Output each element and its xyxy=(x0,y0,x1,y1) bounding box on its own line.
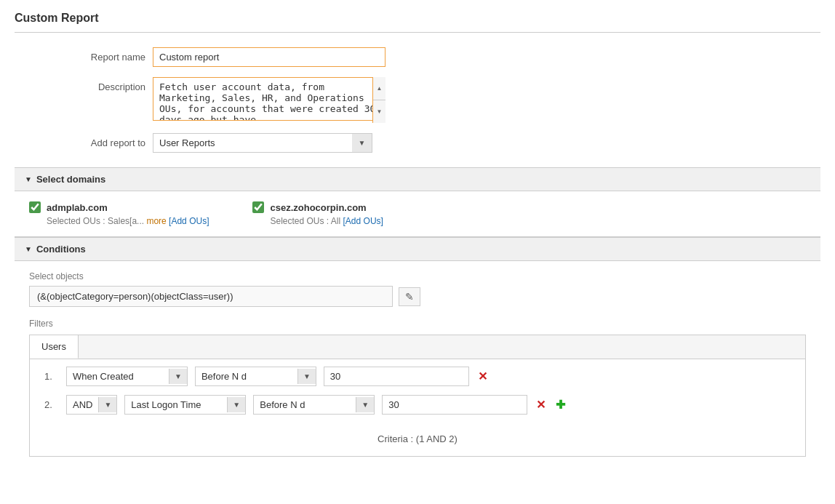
scroll-up-btn[interactable]: ▲ xyxy=(373,77,385,100)
domain-ou-value-2: All xyxy=(331,216,340,226)
filter-value-1[interactable] xyxy=(324,367,469,386)
domain-ou-label-1: Selected OUs : xyxy=(47,216,105,226)
filter-delete-2-button[interactable]: ✕ xyxy=(535,396,547,413)
filter-field-2-wrapper: Last Logon Time ▼ xyxy=(124,395,246,415)
filters-tab-row: Users xyxy=(30,335,805,359)
description-input[interactable]: Fetch user account data, from Marketing,… xyxy=(153,77,385,121)
filter-operator-1-wrapper: Before N d ▼ xyxy=(195,367,316,386)
ldap-edit-button[interactable]: ✎ xyxy=(399,287,420,306)
filter-field-2-arrow[interactable]: ▼ xyxy=(227,397,245,412)
domains-grid: admplab.com Selected OUs : Sales[a... mo… xyxy=(29,201,806,226)
form-section: Report name Description Fetch user accou… xyxy=(15,47,820,153)
select-domains-label: Select domains xyxy=(36,174,105,185)
conditions-collapse-icon: ▼ xyxy=(25,245,32,253)
add-report-to-row: Add report to User Reports ▼ xyxy=(44,133,820,153)
filter-num-2: 2. xyxy=(44,399,59,410)
domain-checkbox-2[interactable] xyxy=(252,201,264,213)
description-wrapper: Fetch user account data, from Marketing,… xyxy=(153,77,385,123)
filter-operator-2-wrapper: Before N d ▼ xyxy=(253,395,375,415)
filter-connector-2: AND xyxy=(67,396,98,414)
filter-num-1: 1. xyxy=(44,371,59,382)
filter-add-button[interactable]: ✚ xyxy=(554,396,567,413)
conditions-label: Conditions xyxy=(36,244,86,255)
description-label: Description xyxy=(44,77,145,92)
domain-ou-line-1: Selected OUs : Sales[a... more [Add OUs] xyxy=(29,216,209,226)
filters-label: Filters xyxy=(29,319,806,329)
add-report-to-label: Add report to xyxy=(44,133,145,148)
filter-field-1: When Created xyxy=(67,367,169,385)
domain-item-1: admplab.com Selected OUs : Sales[a... mo… xyxy=(29,201,209,226)
domain-ou-line-2: Selected OUs : All [Add OUs] xyxy=(252,216,383,226)
scroll-down-icon: ▼ xyxy=(377,108,383,115)
domain-ou-label-2: Selected OUs : xyxy=(270,216,329,226)
tab-users[interactable]: Users xyxy=(30,335,79,359)
criteria-row: Criteria : (1 AND 2) xyxy=(30,422,805,456)
page-title: Custom Report xyxy=(15,12,820,33)
select-objects-label: Select objects xyxy=(29,271,806,281)
domain-ou-add-1[interactable]: [Add OUs] xyxy=(169,216,209,226)
filter-operator-1-arrow[interactable]: ▼ xyxy=(297,369,316,384)
description-row: Description Fetch user account data, fro… xyxy=(44,77,820,123)
filter-rows-container: 1. When Created ▼ Before N d ▼ ✕ 2. xyxy=(30,359,805,422)
domain-item-2: csez.zohocorpin.com Selected OUs : All [… xyxy=(252,201,383,226)
filter-operator-1: Before N d xyxy=(196,367,297,385)
filters-table: Users 1. When Created ▼ Before N d ▼ xyxy=(29,335,806,457)
report-name-input[interactable] xyxy=(153,47,385,67)
domain-ou-more-1[interactable]: more xyxy=(146,216,166,226)
domains-collapse-icon: ▼ xyxy=(25,175,32,183)
add-report-to-select[interactable]: User Reports xyxy=(153,133,372,153)
filter-field-1-wrapper: When Created ▼ xyxy=(66,367,188,386)
ldap-query-row: ✎ xyxy=(29,286,806,307)
report-name-row: Report name xyxy=(44,47,820,67)
select-domains-content: admplab.com Selected OUs : Sales[a... mo… xyxy=(15,191,820,237)
add-report-to-arrow[interactable]: ▼ xyxy=(352,133,372,153)
ldap-query-input[interactable] xyxy=(29,286,393,307)
select-domains-header[interactable]: ▼ Select domains xyxy=(15,167,820,191)
domain-header-2: csez.zohocorpin.com xyxy=(252,201,383,213)
filter-row-1: 1. When Created ▼ Before N d ▼ ✕ xyxy=(44,367,791,386)
filter-field-1-arrow[interactable]: ▼ xyxy=(169,369,187,384)
filter-connector-2-wrapper: AND ▼ xyxy=(66,395,117,415)
scroll-down-btn[interactable]: ▼ xyxy=(373,100,385,123)
filter-operator-2: Before N d xyxy=(254,396,356,414)
filter-field-2: Last Logon Time xyxy=(125,396,227,414)
filter-row-2: 2. AND ▼ Last Logon Time ▼ Before N d ▼ xyxy=(44,395,791,415)
tab-spacer xyxy=(79,335,805,359)
filter-value-2[interactable] xyxy=(382,395,527,415)
scroll-up-icon: ▲ xyxy=(377,85,383,92)
textarea-scrollbar: ▲ ▼ xyxy=(372,77,385,123)
domain-checkbox-1[interactable] xyxy=(29,201,41,213)
domain-header-1: admplab.com xyxy=(29,201,209,213)
dropdown-arrow-icon: ▼ xyxy=(359,139,366,147)
domain-name-2: csez.zohocorpin.com xyxy=(270,202,366,213)
conditions-header[interactable]: ▼ Conditions xyxy=(15,237,820,261)
report-name-label: Report name xyxy=(44,47,145,63)
add-report-to-wrapper: User Reports ▼ xyxy=(153,133,372,153)
filter-operator-2-arrow[interactable]: ▼ xyxy=(356,397,374,412)
filter-delete-1-button[interactable]: ✕ xyxy=(476,368,489,385)
edit-icon: ✎ xyxy=(405,291,414,303)
filter-connector-2-arrow[interactable]: ▼ xyxy=(98,397,116,412)
domain-ou-add-2[interactable]: [Add OUs] xyxy=(343,216,383,226)
domain-ou-value-1: Sales[a... xyxy=(108,216,144,226)
domain-name-1: admplab.com xyxy=(47,202,108,213)
conditions-content: Select objects ✎ Filters Users 1. xyxy=(15,261,820,467)
